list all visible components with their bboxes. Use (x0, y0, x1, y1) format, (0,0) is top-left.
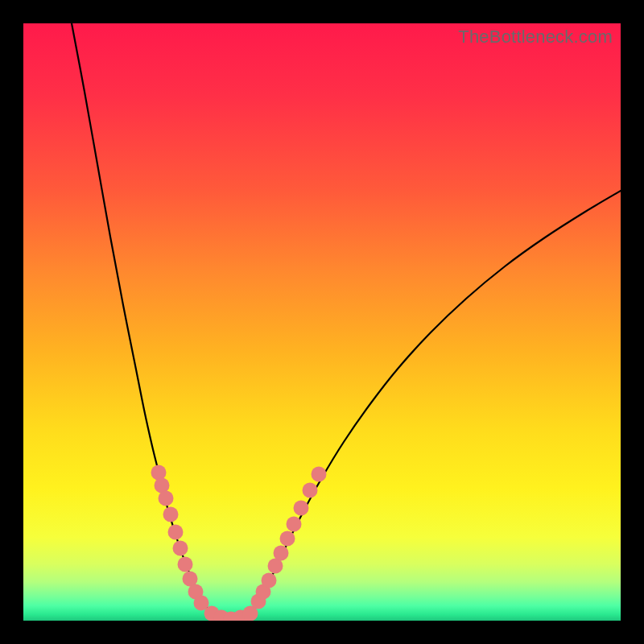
marker-group (151, 465, 327, 621)
data-marker (294, 501, 309, 516)
data-marker (163, 507, 179, 522)
data-marker (303, 483, 318, 498)
data-marker (151, 465, 167, 481)
data-marker (173, 541, 188, 556)
outer-frame: TheBottleneck.com (0, 0, 644, 644)
data-marker (159, 491, 174, 506)
chart-svg (23, 23, 621, 621)
curve-left (72, 23, 210, 613)
curve-right (252, 191, 621, 613)
data-marker (168, 525, 184, 540)
data-marker (262, 573, 277, 588)
plot-area: TheBottleneck.com (23, 23, 621, 621)
data-marker (178, 557, 193, 572)
data-marker (274, 546, 289, 561)
curve-group (72, 23, 621, 619)
data-marker (280, 531, 295, 547)
data-marker (287, 517, 302, 532)
data-marker (312, 467, 327, 482)
